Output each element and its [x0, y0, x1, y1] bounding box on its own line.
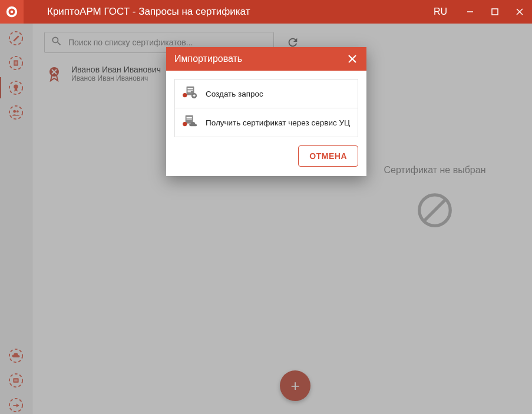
- svg-rect-34: [187, 91, 191, 92]
- svg-rect-41: [187, 118, 192, 119]
- title-bar: КриптоАРМ ГОСТ - Запросы на сертификат R…: [0, 0, 532, 24]
- cancel-button[interactable]: ОТМЕНА: [298, 145, 358, 167]
- option-label: Получить сертификат через сервис УЦ: [206, 118, 350, 127]
- close-button[interactable]: [507, 0, 532, 24]
- svg-rect-4: [492, 9, 498, 15]
- import-options-list: Создать запрос Получить сертификат через…: [174, 79, 358, 137]
- app-logo: [0, 0, 24, 24]
- svg-point-2: [11, 11, 14, 14]
- option-create-request[interactable]: Создать запрос: [175, 80, 358, 108]
- maximize-button[interactable]: [483, 0, 507, 24]
- cloud-service-icon: [182, 114, 199, 131]
- minimize-button[interactable]: [458, 0, 483, 24]
- svg-rect-32: [187, 88, 193, 89]
- dialog-header: Импортировать: [166, 47, 366, 71]
- dialog-title: Импортировать: [174, 54, 346, 64]
- create-request-icon: [182, 85, 199, 102]
- svg-point-35: [183, 93, 187, 97]
- language-selector[interactable]: RU: [423, 6, 458, 17]
- dialog-close-button[interactable]: [346, 53, 358, 65]
- window-title: КриптоАРМ ГОСТ - Запросы на сертификат: [24, 6, 423, 18]
- svg-point-42: [183, 122, 187, 126]
- option-get-via-service[interactable]: Получить сертификат через сервис УЦ: [175, 108, 358, 137]
- svg-rect-33: [187, 90, 193, 90]
- import-dialog: Импортировать Создать запрос Получить се…: [166, 47, 366, 176]
- option-label: Создать запрос: [206, 90, 263, 98]
- svg-rect-40: [187, 117, 192, 118]
